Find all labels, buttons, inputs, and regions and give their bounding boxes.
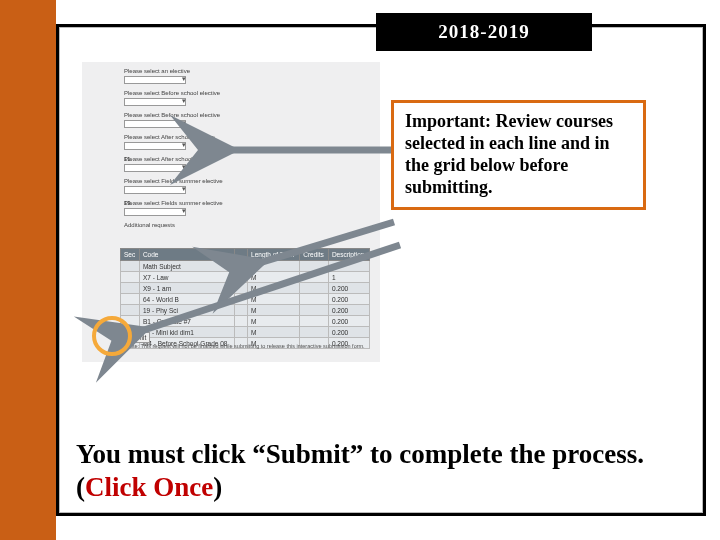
cell: 64 - World B	[139, 294, 234, 305]
cell: M	[248, 261, 300, 272]
submit-highlight-circle	[92, 316, 132, 356]
cell: 0.200	[328, 283, 369, 294]
th	[235, 249, 248, 261]
cell: M	[248, 283, 300, 294]
cell: M	[248, 305, 300, 316]
line-label: Please select After school elective	[124, 156, 374, 162]
left-sidebar	[0, 0, 56, 540]
cell: X9 - 1 am	[139, 283, 234, 294]
line-label: Please select an elective	[124, 68, 374, 74]
line-dropdown[interactable]	[124, 186, 186, 194]
th: Length of Term	[248, 249, 300, 261]
cell: X7 - Law	[139, 272, 234, 283]
screenshot-panel: Please select an elective Please select …	[82, 62, 380, 362]
line-dropdown[interactable]	[124, 164, 186, 172]
cell: 0.200	[328, 294, 369, 305]
th: Code	[139, 249, 234, 261]
line-dropdown[interactable]	[124, 76, 186, 84]
bottom-text-3: )	[213, 472, 222, 502]
cell: Math Subject	[139, 261, 234, 272]
line-label: Please select After school elective	[124, 134, 374, 140]
line-label: Please select Fields summer elective	[124, 200, 374, 206]
bottom-text-emphasis: Click Once	[85, 472, 213, 502]
cell: 19 - Phy Sci	[139, 305, 234, 316]
cell: M	[248, 316, 300, 327]
line-dropdown[interactable]	[124, 142, 186, 150]
cell: M	[248, 294, 300, 305]
bottom-instruction: You must click “Submit” to complete the …	[76, 438, 704, 504]
submit-note: Note: This request will not be finalized…	[126, 343, 365, 349]
cell: 1	[328, 272, 369, 283]
line-dropdown[interactable]	[124, 120, 186, 128]
line-label: Additional requests	[124, 222, 374, 228]
line-dropdown[interactable]	[124, 208, 186, 216]
th: Sec	[121, 249, 140, 261]
year-banner: 2018-2019	[376, 13, 592, 51]
cell: 0.200	[328, 305, 369, 316]
cell: B1 - Our date #7	[139, 316, 234, 327]
line-label: Please select Before school elective	[124, 90, 374, 96]
line-dropdown[interactable]	[124, 98, 186, 106]
line-label: Please select Fields summer elective	[124, 178, 374, 184]
line-label: Please select Before school elective	[124, 112, 374, 118]
important-callout: Important: Review courses selected in ea…	[391, 100, 646, 210]
th: Credits	[300, 249, 329, 261]
cell: M	[248, 272, 300, 283]
cell: 1	[328, 261, 369, 272]
th: Description	[328, 249, 369, 261]
cell: 0.200	[328, 316, 369, 327]
